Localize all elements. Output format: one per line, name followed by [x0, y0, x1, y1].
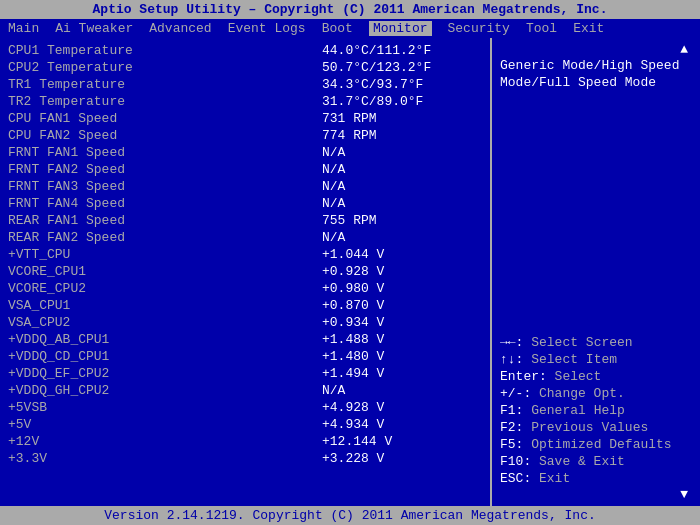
help-item: +/-: Change Opt.: [500, 385, 692, 402]
monitor-row: TR1 Temperature34.3°C/93.7°F: [8, 76, 482, 93]
monitor-value: 774 RPM: [322, 128, 482, 143]
monitor-value: 31.7°C/89.0°F: [322, 94, 482, 109]
footer-bar: Version 2.14.1219. Copyright (C) 2011 Am…: [0, 506, 700, 525]
monitor-label: +3.3V: [8, 451, 168, 466]
help-key: ESC:: [500, 471, 539, 486]
help-key: F10:: [500, 454, 539, 469]
title-text: Aptio Setup Utility – Copyright (C) 2011…: [93, 2, 608, 17]
monitor-row: VCORE_CPU2+0.980 V: [8, 280, 482, 297]
monitor-row: CPU FAN1 Speed731 RPM: [8, 110, 482, 127]
right-panel: ▲ Generic Mode/High SpeedMode/Full Speed…: [490, 38, 700, 506]
menu-item-security[interactable]: Security: [448, 21, 510, 36]
monitor-label: +VDDQ_AB_CPU1: [8, 332, 168, 347]
help-item: ESC: Exit: [500, 470, 692, 487]
monitor-value: +0.980 V: [322, 281, 482, 296]
monitor-value: +4.928 V: [322, 400, 482, 415]
monitor-value: +0.928 V: [322, 264, 482, 279]
monitor-row: VSA_CPU1+0.870 V: [8, 297, 482, 314]
menu-item-ai-tweaker[interactable]: Ai Tweaker: [55, 21, 133, 36]
main-content: CPU1 Temperature44.0°C/111.2°FCPU2 Tempe…: [0, 38, 700, 506]
help-item: F5: Optimized Defaults: [500, 436, 692, 453]
monitor-row: FRNT FAN1 SpeedN/A: [8, 144, 482, 161]
monitor-label: +12V: [8, 434, 168, 449]
help-item: F1: General Help: [500, 402, 692, 419]
help-section: →←: Select Screen↑↓: Select ItemEnter: S…: [500, 334, 692, 487]
monitor-value: N/A: [322, 383, 482, 398]
monitor-value: N/A: [322, 162, 482, 177]
menu-bar: MainAi TweakerAdvancedEvent LogsBootMoni…: [0, 19, 700, 38]
help-key: →←:: [500, 335, 531, 350]
help-key: F5:: [500, 437, 531, 452]
scroll-down-arrow: ▼: [500, 487, 692, 502]
title-bar: Aptio Setup Utility – Copyright (C) 2011…: [0, 0, 700, 19]
help-key: Enter:: [500, 369, 555, 384]
monitor-row: FRNT FAN2 SpeedN/A: [8, 161, 482, 178]
monitor-label: +VDDQ_GH_CPU2: [8, 383, 168, 398]
monitor-row: +VTT_CPU+1.044 V: [8, 246, 482, 263]
monitor-value: +1.044 V: [322, 247, 482, 262]
monitor-label: VCORE_CPU1: [8, 264, 168, 279]
app: Aptio Setup Utility – Copyright (C) 2011…: [0, 0, 700, 525]
right-option-item[interactable]: Generic Mode/High Speed: [500, 57, 692, 74]
right-options: Generic Mode/High SpeedMode/Full Speed M…: [500, 57, 692, 91]
monitor-value: N/A: [322, 145, 482, 160]
menu-item-monitor[interactable]: Monitor: [369, 21, 432, 36]
monitor-value: +12.144 V: [322, 434, 482, 449]
monitor-label: VCORE_CPU2: [8, 281, 168, 296]
monitor-value: 731 RPM: [322, 111, 482, 126]
help-item: F2: Previous Values: [500, 419, 692, 436]
monitor-value: N/A: [322, 230, 482, 245]
monitor-row: +3.3V+3.228 V: [8, 450, 482, 467]
help-item: →←: Select Screen: [500, 334, 692, 351]
monitor-label: CPU FAN1 Speed: [8, 111, 168, 126]
monitor-label: CPU1 Temperature: [8, 43, 168, 58]
monitor-label: REAR FAN1 Speed: [8, 213, 168, 228]
menu-item-event-logs[interactable]: Event Logs: [228, 21, 306, 36]
menu-item-exit[interactable]: Exit: [573, 21, 604, 36]
monitor-label: +VDDQ_EF_CPU2: [8, 366, 168, 381]
monitor-value: +1.494 V: [322, 366, 482, 381]
monitor-value: 755 RPM: [322, 213, 482, 228]
monitor-value: 34.3°C/93.7°F: [322, 77, 482, 92]
menu-item-tool[interactable]: Tool: [526, 21, 557, 36]
help-key: F1:: [500, 403, 531, 418]
monitor-label: +VTT_CPU: [8, 247, 168, 262]
monitor-label: FRNT FAN4 Speed: [8, 196, 168, 211]
monitor-label: +5V: [8, 417, 168, 432]
monitor-label: +VDDQ_CD_CPU1: [8, 349, 168, 364]
monitor-value: N/A: [322, 179, 482, 194]
monitor-value: +0.870 V: [322, 298, 482, 313]
monitor-row: TR2 Temperature31.7°C/89.0°F: [8, 93, 482, 110]
monitor-label: FRNT FAN2 Speed: [8, 162, 168, 177]
help-key: +/-:: [500, 386, 539, 401]
monitor-label: +5VSB: [8, 400, 168, 415]
monitor-label: VSA_CPU2: [8, 315, 168, 330]
monitor-row: VSA_CPU2+0.934 V: [8, 314, 482, 331]
monitor-row: +5VSB+4.928 V: [8, 399, 482, 416]
monitor-row: FRNT FAN4 SpeedN/A: [8, 195, 482, 212]
monitor-value: 44.0°C/111.2°F: [322, 43, 482, 58]
monitor-label: VSA_CPU1: [8, 298, 168, 313]
monitor-row: REAR FAN1 Speed755 RPM: [8, 212, 482, 229]
monitor-label: CPU2 Temperature: [8, 60, 168, 75]
monitor-label: TR2 Temperature: [8, 94, 168, 109]
monitor-row: +VDDQ_GH_CPU2N/A: [8, 382, 482, 399]
monitor-label: CPU FAN2 Speed: [8, 128, 168, 143]
monitor-label: TR1 Temperature: [8, 77, 168, 92]
monitor-row: +VDDQ_EF_CPU2+1.494 V: [8, 365, 482, 382]
monitor-row: VCORE_CPU1+0.928 V: [8, 263, 482, 280]
right-option-item[interactable]: Mode/Full Speed Mode: [500, 74, 692, 91]
monitor-row: CPU FAN2 Speed774 RPM: [8, 127, 482, 144]
menu-item-main[interactable]: Main: [8, 21, 39, 36]
monitor-row: CPU2 Temperature50.7°C/123.2°F: [8, 59, 482, 76]
help-key: F2:: [500, 420, 531, 435]
monitor-row: +5V+4.934 V: [8, 416, 482, 433]
left-panel: CPU1 Temperature44.0°C/111.2°FCPU2 Tempe…: [0, 38, 490, 506]
monitor-value: +4.934 V: [322, 417, 482, 432]
menu-item-advanced[interactable]: Advanced: [149, 21, 211, 36]
menu-item-boot[interactable]: Boot: [322, 21, 353, 36]
help-key: ↑↓:: [500, 352, 531, 367]
help-item: Enter: Select: [500, 368, 692, 385]
monitor-label: FRNT FAN3 Speed: [8, 179, 168, 194]
monitor-value: +1.488 V: [322, 332, 482, 347]
